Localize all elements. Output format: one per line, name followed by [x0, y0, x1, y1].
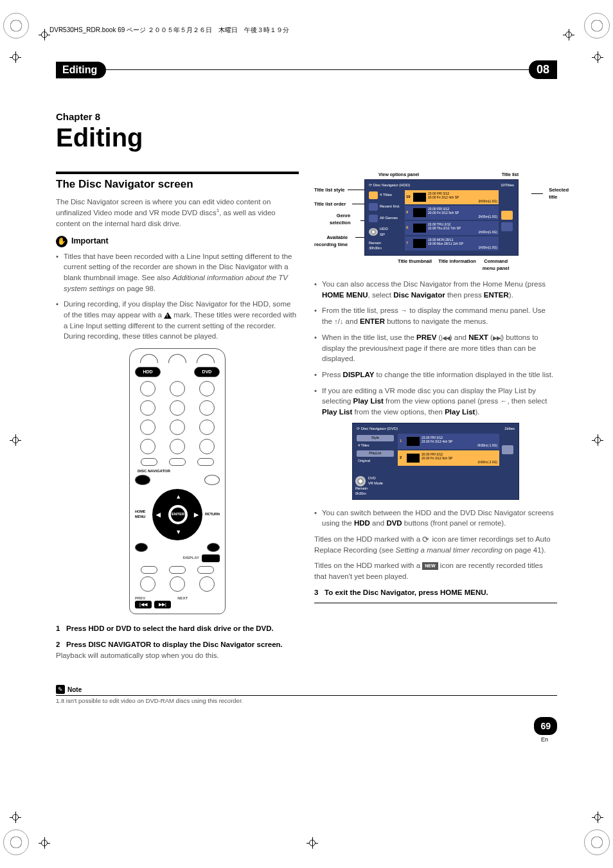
title-row: 10 23.00 FRI 3/1220.00 Fri 3/12 4ch SP2h… — [405, 190, 499, 204]
chapter-label: Chapter 8 — [56, 111, 557, 122]
title-row: 7 19.00 MON 29/1119.00 Mon 29/11 2ch SP1… — [405, 236, 499, 251]
section-tab: Editing — [56, 62, 106, 78]
page-language: En — [541, 736, 548, 743]
list-item: When in the title list, use the PREV () … — [314, 332, 557, 364]
left-arrow-icon: ← — [500, 396, 507, 407]
step: 1 Press HDD or DVD to select the hard di… — [56, 623, 299, 634]
title-row: 9 20.00 FRI 3/1220.00 Fri 3/12 9ch SP2h0… — [405, 206, 499, 220]
note-text: 1.It isn't possible to edit video on DVD… — [56, 697, 557, 704]
right-arrow-icon: → — [400, 306, 407, 316]
next-icon — [493, 333, 501, 341]
prev-button: |◀◀ — [135, 601, 152, 608]
list-item: Press DISPLAY to change the title inform… — [314, 369, 557, 380]
list-item: From the title list, press → to display … — [314, 305, 557, 327]
disc-navigator-button — [135, 475, 150, 485]
title-row: 2 20.00 FRI 3/1220.00 Fri 3/12 9ch SP1h0… — [398, 450, 499, 466]
hdd-button: HDD — [135, 367, 161, 377]
note-label: Note — [67, 686, 82, 693]
page-number-badge: 69 — [534, 717, 557, 735]
intro-paragraph: The Disc Navigator screen is where you c… — [56, 197, 299, 229]
prev-icon — [441, 333, 449, 341]
book-header: DVR530HS_RDR.book 69 ページ ２００５年５月２６日 木曜日 … — [49, 26, 557, 35]
list-item: If you are editing a VR mode disc you ca… — [314, 385, 557, 418]
right-column: View options panel Title list Title list… — [314, 172, 557, 666]
title-row: 8 22.00 THU 2/1222.00 Thu 2/12 7ch SP1h0… — [405, 221, 499, 235]
next-button: ▶▶| — [154, 601, 171, 608]
remote-illustration: HDD DVD DISC NAVIGATOR — [129, 348, 226, 614]
chapter-number-badge: 08 — [529, 60, 557, 79]
important-item: During recording, if you display the Dis… — [56, 299, 299, 342]
paragraph: Titles on the HDD marked with a NEW icon… — [314, 560, 557, 581]
disc-navigator-diagram: View options panel Title list Title list… — [314, 172, 557, 272]
warning-triangle-icon — [164, 312, 172, 319]
left-column: The Disc Navigator screen The Disc Navig… — [56, 172, 299, 666]
list-item: You can also access the Disc Navigator f… — [314, 279, 557, 300]
step: 3 To exit the Disc Navigator, press HOME… — [314, 587, 557, 598]
important-icon: ✋ — [56, 236, 67, 247]
paragraph: Titles on the HDD marked with a icon are… — [314, 534, 557, 555]
list-item: You can switch between the HDD and the D… — [314, 508, 557, 529]
dpad: ▲ ▼ ◀ ▶ ENTER — [152, 489, 202, 540]
chapter-title: Editing — [56, 123, 557, 152]
section-title: The Disc Navigator screen — [56, 177, 299, 193]
enter-button: ENTER — [171, 508, 185, 522]
dvd-button: DVD — [194, 367, 220, 377]
display-button — [202, 554, 220, 562]
step: 2 Press DISC NAVIGATOR to display the Di… — [56, 639, 299, 660]
note-icon: ✎ — [56, 685, 65, 694]
top-bar: Editing 08 — [56, 60, 557, 79]
recycle-icon — [422, 536, 430, 544]
title-row: 1 23.00 FRI 3/1223.00 Fri 3/12 4ch SP0h3… — [398, 434, 499, 449]
important-item: Titles that have been recorded with a Li… — [56, 251, 299, 294]
hdd-navigator-screen: ⟳ Disc Navigator (HDD) 10Titles 4 Titles… — [364, 179, 519, 256]
new-badge-icon: NEW — [422, 562, 438, 570]
important-label: Important — [71, 235, 109, 247]
dvd-navigator-screen: ⟳ Disc Navigator (DVD) 2titles Style 4 T… — [352, 423, 519, 500]
